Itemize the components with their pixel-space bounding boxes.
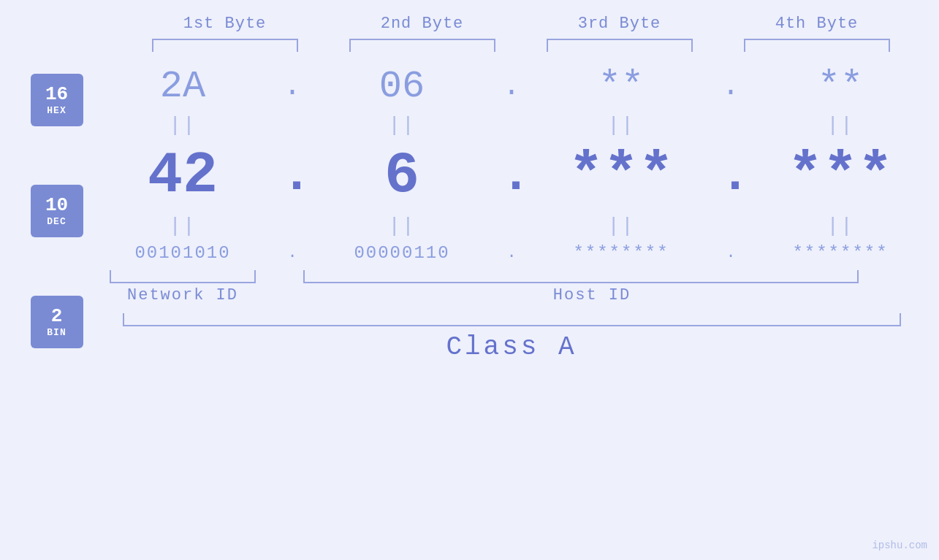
equals1-byte2: || (303, 114, 501, 137)
watermark: ipshu.com (872, 540, 927, 551)
dot3-dec: . (720, 147, 742, 204)
dec-byte1-cell: 42 (84, 142, 281, 209)
bin-byte1-value: 00101010 (117, 243, 248, 263)
host-bracket-wrapper (303, 270, 859, 283)
dec-byte2-cell: 6 (303, 142, 501, 209)
dot3-hex: . (720, 70, 742, 103)
hex-byte2-value: 06 (336, 65, 468, 108)
dec-byte1-value: 42 (117, 142, 248, 209)
equals1-byte1-sign: || (169, 114, 197, 137)
top-brackets (0, 39, 939, 52)
bottom-spacer1 (281, 270, 303, 283)
dot1-dec: . (281, 147, 303, 204)
hex-byte3-cell: ** (522, 65, 720, 108)
equals2-byte1-sign: || (169, 215, 197, 237)
host-bracket-line (303, 270, 859, 283)
dot3-bin: . (720, 244, 742, 262)
bracket-line-byte4 (744, 39, 890, 52)
bin-row: 00101010 . 00000110 . ******** . *******… (84, 243, 939, 263)
dot2-dec: . (501, 147, 522, 204)
equals1-byte1: || (84, 114, 281, 137)
byte2-header: 2nd Byte (324, 15, 521, 33)
id-spacer (281, 286, 303, 304)
dot1-bin: . (281, 244, 303, 262)
equals1-byte3: || (522, 114, 720, 137)
bin-byte2-value: 00000110 (336, 243, 468, 263)
main-container: 1st Byte 2nd Byte 3rd Byte 4th Byte 16 H… (0, 0, 939, 560)
byte1-header: 1st Byte (126, 15, 324, 33)
hex-byte1-value: 2A (117, 65, 248, 108)
equals2-byte2: || (303, 215, 501, 237)
data-area: 2A . 06 . ** . ** || (84, 52, 939, 362)
bracket-line-byte3 (547, 39, 693, 52)
bin-badge: 2 BIN (31, 296, 83, 348)
bracket-byte2 (324, 39, 521, 52)
bracket-byte1 (126, 39, 324, 52)
hex-byte1-cell: 2A (84, 65, 281, 108)
hex-byte3-value: ** (555, 65, 687, 108)
equals2-byte3-sign: || (607, 215, 635, 237)
equals2-byte2-sign: || (388, 215, 416, 237)
bin-badge-label: BIN (47, 327, 66, 338)
class-label: Class A (446, 332, 577, 362)
hex-badge: 16 HEX (31, 74, 83, 126)
dec-badge-num: 10 (45, 195, 68, 216)
hex-row: 2A . 06 . ** . ** (84, 65, 939, 108)
bracket-byte4 (718, 39, 916, 52)
hex-byte4-value: ** (775, 65, 906, 108)
byte4-header: 4th Byte (718, 15, 916, 33)
badges-column: 16 HEX 10 DEC 2 BIN (0, 52, 84, 370)
hex-byte2-cell: 06 (303, 65, 501, 108)
dec-byte2-value: 6 (336, 142, 468, 209)
dec-badge-label: DEC (47, 216, 66, 227)
bin-byte3-cell: ******** (522, 243, 720, 263)
bracket-byte3 (521, 39, 718, 52)
byte-headers-row: 1st Byte 2nd Byte 3rd Byte 4th Byte (0, 15, 939, 33)
network-id-label: Network ID (84, 286, 281, 304)
network-bracket-wrapper (84, 270, 281, 283)
bin-byte1-cell: 00101010 (84, 243, 281, 263)
byte3-header: 3rd Byte (521, 15, 718, 33)
network-bracket-line (110, 270, 256, 283)
bin-byte4-cell: ******** (742, 243, 939, 263)
equals2-byte4-sign: || (826, 215, 854, 237)
equals1-byte3-sign: || (607, 114, 635, 137)
equals2-byte1: || (84, 215, 281, 237)
dec-badge: 10 DEC (31, 185, 83, 237)
equals1-byte4: || (742, 114, 939, 137)
bracket-line-byte1 (152, 39, 298, 52)
bin-byte4-value: ******** (775, 243, 906, 263)
dot1-hex: . (281, 70, 303, 103)
equals2-byte4: || (742, 215, 939, 237)
dot2-hex: . (501, 70, 522, 103)
host-id-label: Host ID (303, 286, 881, 304)
class-bracket-line (123, 313, 901, 326)
equals1-byte2-sign: || (388, 114, 416, 137)
bracket-line-byte2 (349, 39, 495, 52)
dec-byte3-cell: *** (522, 142, 720, 209)
bin-byte3-value: ******** (555, 243, 687, 263)
equals-row-2: || || || || (84, 215, 939, 237)
equals1-byte4-sign: || (826, 114, 854, 137)
hex-badge-num: 16 (45, 84, 68, 105)
dec-byte4-value: *** (775, 142, 906, 209)
bin-byte2-cell: 00000110 (303, 243, 501, 263)
equals-row-1: || || || || (84, 114, 939, 137)
bin-badge-num: 2 (51, 306, 63, 327)
bottom-brackets (84, 270, 939, 283)
class-section: Class A (84, 313, 939, 362)
id-labels-row: Network ID Host ID (84, 286, 939, 304)
dec-byte4-cell: *** (742, 142, 939, 209)
hex-badge-label: HEX (47, 105, 66, 116)
equals2-byte3: || (522, 215, 720, 237)
dec-row: 42 . 6 . *** . *** (84, 142, 939, 209)
dot2-bin: . (501, 244, 522, 262)
hex-byte4-cell: ** (742, 65, 939, 108)
dec-byte3-value: *** (555, 142, 687, 209)
